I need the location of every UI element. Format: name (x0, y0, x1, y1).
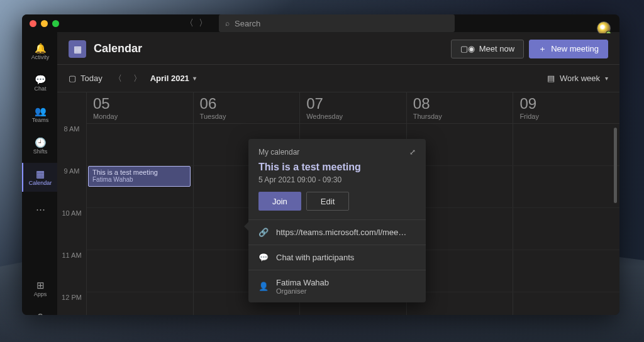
rail-help[interactable]: ? Help (22, 306, 57, 315)
rail-teams[interactable]: 👥 Teams (22, 100, 57, 129)
organizer-row: 👤 Fatima Wahab Organiser (248, 270, 426, 302)
rail-label: Apps (34, 291, 47, 297)
rail-chat[interactable]: 💬 Chat (22, 69, 57, 97)
search-input[interactable]: ⌕ Search (219, 14, 455, 32)
rail-label: Calendar (29, 180, 52, 186)
hour-label: 8 AM (57, 124, 86, 166)
teams-icon: 👥 (35, 106, 47, 116)
rail-shifts[interactable]: 🕘 Shifts (22, 131, 57, 160)
close-window-button[interactable] (30, 20, 36, 27)
chat-icon: 💬 (35, 75, 47, 84)
forward-button[interactable]: 〉 (199, 18, 208, 29)
calendar-header: ▦ Calendar ▢◉ Meet now ＋ New meeting (57, 33, 619, 65)
edit-button[interactable]: Edit (306, 192, 349, 211)
view-label: Work week (560, 74, 600, 83)
meeting-link-row[interactable]: 🔗 https://teams.microsoft.com/l/meetup-j… (248, 220, 426, 245)
event-popover: My calendar ⤢ This is a test meeting 5 A… (248, 139, 426, 302)
rail-more[interactable]: ⋯ (22, 194, 57, 223)
rail-label: Activity (31, 54, 50, 60)
link-icon: 🔗 (258, 228, 269, 237)
chevron-down-icon: ▾ (605, 75, 608, 82)
hour-label: 11 AM (57, 250, 86, 292)
day-name: Tuesday (200, 113, 294, 120)
shifts-icon: 🕘 (35, 138, 47, 147)
new-meeting-label: New meeting (551, 44, 599, 53)
meet-now-button[interactable]: ▢◉ Meet now (451, 40, 524, 58)
hour-label: 12 PM (57, 292, 86, 315)
chat-participants-row[interactable]: 💬 Chat with participants (248, 245, 426, 270)
day-name: Friday (519, 113, 613, 120)
maximize-window-button[interactable] (52, 20, 59, 27)
scrollbar[interactable] (614, 128, 617, 203)
today-button[interactable]: ▢ Today (69, 74, 103, 83)
month-label: April 2021 (150, 74, 189, 83)
view-icon: ▤ (547, 74, 555, 83)
day-number: 06 (200, 95, 294, 113)
day-number: 09 (519, 95, 613, 113)
rail-apps[interactable]: ⊞ Apps (22, 274, 57, 303)
organizer-name: Fatima Wahab (276, 278, 329, 287)
rail-label: Chat (34, 86, 46, 92)
event-title: This is a test meeting (92, 168, 186, 176)
prev-week-button[interactable]: 〈 (114, 73, 122, 84)
apps-icon: ⊞ (36, 280, 45, 290)
day-name: Thursday (413, 113, 507, 120)
hour-label: 10 AM (57, 208, 86, 250)
search-placeholder: Search (235, 19, 260, 28)
day-column-mon[interactable]: 05Monday This is a test meeting Fatima W… (86, 92, 193, 315)
month-picker[interactable]: April 2021 ▾ (150, 74, 196, 83)
main-panel: ▦ Calendar ▢◉ Meet now ＋ New meeting ▢ T… (57, 33, 619, 315)
rail-label: Shifts (33, 148, 48, 155)
popover-time: 5 Apr 2021 09:00 - 09:30 (248, 175, 426, 192)
event-organizer: Fatima Wahab (92, 176, 186, 183)
page-title: Calendar (94, 42, 142, 55)
today-icon: ▢ (69, 74, 76, 83)
view-picker[interactable]: ▤ Work week ▾ (547, 74, 608, 83)
organizer-role: Organiser (276, 287, 329, 295)
calendar-icon: ▦ (36, 169, 45, 179)
chat-label: Chat with participants (276, 253, 354, 262)
popover-title: This is a test meeting (248, 157, 426, 175)
popover-calendar-name: My calendar (258, 148, 299, 157)
minimize-window-button[interactable] (41, 20, 48, 27)
day-number: 08 (413, 95, 507, 113)
window-controls (30, 20, 59, 27)
bell-icon: 🔔 (35, 43, 47, 53)
chat-icon: 💬 (258, 253, 269, 262)
day-number: 05 (93, 95, 187, 113)
calendar-app-tile: ▦ (69, 40, 86, 58)
new-meeting-button[interactable]: ＋ New meeting (529, 40, 608, 58)
calendar-toolbar: ▢ Today 〈 〉 April 2021 ▾ ▤ Work week ▾ (57, 65, 619, 92)
day-name: Wednesday (306, 113, 400, 120)
rail-calendar[interactable]: ▦ Calendar (22, 163, 57, 192)
time-gutter: 8 AM 9 AM 10 AM 11 AM 12 PM (57, 92, 86, 315)
help-icon: ? (38, 312, 43, 316)
app-rail: 🔔 Activity 💬 Chat 👥 Teams 🕘 Shifts ▦ Cal… (22, 32, 57, 315)
meeting-link: https://teams.microsoft.com/l/meetup-joi… (276, 228, 408, 237)
person-icon: 👤 (258, 282, 269, 291)
plus-icon: ＋ (538, 43, 547, 55)
titlebar: 〈 〉 ⌕ Search (22, 14, 619, 32)
hour-label: 9 AM (57, 166, 86, 208)
today-label: Today (80, 74, 103, 83)
calendar-event[interactable]: This is a test meeting Fatima Wahab (88, 166, 191, 187)
history-nav: 〈 〉 (185, 18, 208, 29)
next-week-button[interactable]: 〉 (133, 73, 142, 84)
chevron-down-icon: ▾ (193, 75, 196, 82)
more-icon: ⋯ (36, 204, 45, 214)
rail-label: Teams (32, 117, 49, 123)
day-number: 07 (306, 95, 400, 113)
back-button[interactable]: 〈 (185, 18, 194, 29)
expand-icon[interactable]: ⤢ (409, 148, 416, 157)
video-icon: ▢◉ (460, 44, 475, 53)
search-icon: ⌕ (225, 19, 230, 28)
rail-activity[interactable]: 🔔 Activity (22, 37, 57, 66)
app-window: 〈 〉 ⌕ Search 🔔 Activity 💬 Chat 👥 Teams (22, 14, 619, 315)
day-name: Monday (93, 113, 187, 120)
meet-now-label: Meet now (479, 44, 514, 53)
join-button[interactable]: Join (258, 192, 301, 211)
